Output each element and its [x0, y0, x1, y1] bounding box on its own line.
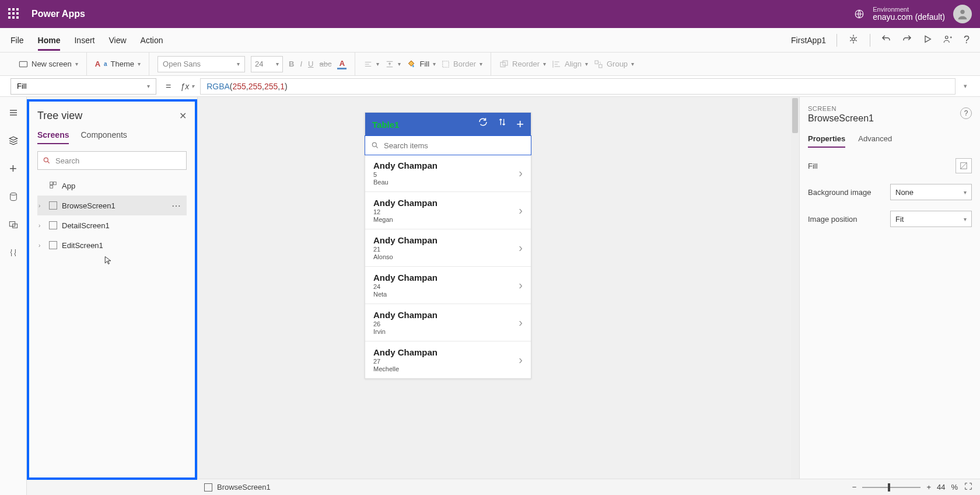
text-align-icon[interactable]: ▾ [363, 60, 379, 68]
props-tab-properties[interactable]: Properties [808, 134, 845, 148]
border-label: Border [453, 60, 476, 68]
props-type: SCREEN [808, 105, 972, 112]
chevron-right-icon[interactable]: › [519, 204, 523, 217]
chevron-right-icon[interactable]: › [38, 242, 44, 249]
menu-home[interactable]: Home [38, 30, 61, 51]
hamburger-icon[interactable] [6, 105, 21, 120]
chevron-right-icon[interactable]: › [519, 278, 523, 292]
list-item[interactable]: Andy Champan26Irvin› [365, 304, 531, 341]
props-tab-advanced[interactable]: Advanced [858, 134, 892, 148]
theme-label: Theme [111, 60, 134, 68]
border-button[interactable]: Border▾ [442, 60, 482, 68]
chevron-right-icon[interactable]: › [38, 222, 44, 229]
formula-expand-icon[interactable]: ▾ [961, 82, 970, 90]
tree-view-panel: Tree view ✕ Screens Components Search Ap… [27, 99, 197, 480]
menu-insert[interactable]: Insert [74, 30, 94, 51]
vertical-align-icon[interactable]: ▾ [385, 60, 401, 68]
menu-file[interactable]: File [10, 30, 24, 51]
refresh-icon[interactable] [478, 117, 488, 132]
bg-image-select[interactable]: None▾ [890, 184, 972, 200]
zoom-value: 44 [937, 483, 945, 491]
tree-view-icon[interactable] [6, 133, 21, 148]
menu-view[interactable]: View [108, 30, 126, 51]
play-icon[interactable] [923, 34, 932, 46]
app-name: FirstApp1 [791, 36, 826, 45]
data-icon[interactable] [6, 189, 21, 204]
chevron-right-icon[interactable]: › [519, 241, 523, 255]
phone-search-input[interactable] [384, 141, 525, 150]
help-icon[interactable]: ? [964, 34, 970, 46]
environment-icon[interactable] [854, 9, 864, 19]
environment-block[interactable]: Environment enayu.com (default) [873, 6, 945, 22]
list-item[interactable]: Andy Champan12Megan› [365, 191, 531, 229]
group-button[interactable]: Group▾ [594, 60, 634, 69]
list-item[interactable]: Andy Champan27Mechelle› [365, 341, 531, 378]
share-icon[interactable] [943, 34, 953, 47]
sort-icon[interactable] [498, 117, 507, 132]
props-help-icon[interactable]: ? [960, 107, 972, 119]
tab-screens[interactable]: Screens [37, 130, 69, 144]
theme-button[interactable]: Aa Theme▾ [95, 60, 141, 68]
align-button[interactable]: Align▾ [552, 60, 588, 69]
chevron-right-icon[interactable]: › [519, 316, 523, 329]
menu-action[interactable]: Action [141, 30, 163, 51]
tree-search-input[interactable]: Search [37, 151, 187, 170]
list-item[interactable]: Andy Champan24Neta› [365, 266, 531, 304]
row-name: Andy Champan [373, 347, 438, 357]
add-icon[interactable]: + [516, 117, 524, 132]
media-icon[interactable] [6, 217, 21, 232]
row-name: Andy Champan [373, 273, 438, 283]
property-select[interactable]: Fill▾ [10, 78, 156, 95]
tree-item-app[interactable]: App [37, 176, 187, 196]
tree-item-editscreen1[interactable]: › EditScreen1 [37, 235, 187, 255]
close-icon[interactable]: ✕ [179, 110, 187, 121]
chevron-right-icon[interactable]: › [519, 166, 523, 180]
app-checker-icon[interactable] [848, 33, 859, 47]
environment-label: Environment [873, 6, 945, 13]
zoom-out-icon[interactable]: − [852, 483, 857, 491]
tree-item-detailscreen1[interactable]: › DetailScreen1 [37, 215, 187, 235]
new-screen-button[interactable]: New screen▾ [19, 60, 78, 68]
tree-item-browsescreen1[interactable]: › BrowseScreen1 ⋯ [37, 196, 187, 215]
phone-preview[interactable]: Table1 + Andy Champan5Beau›Andy Champan1… [365, 112, 531, 379]
undo-icon[interactable] [881, 34, 891, 47]
image-position-select[interactable]: Fit▾ [890, 211, 972, 227]
zoom-in-icon[interactable]: + [926, 483, 931, 491]
fill-swatch[interactable] [956, 158, 972, 173]
insert-icon[interactable]: + [6, 161, 21, 176]
canvas-scrollbar[interactable] [791, 97, 799, 479]
canvas-area[interactable]: Table1 + Andy Champan5Beau›Andy Champan1… [197, 97, 799, 495]
row-sub: Irvin [373, 328, 438, 335]
italic-icon[interactable]: I [300, 60, 302, 68]
zoom-slider[interactable] [862, 487, 921, 488]
underline-icon[interactable]: U [308, 60, 313, 68]
tab-components[interactable]: Components [80, 130, 127, 144]
strike-icon[interactable]: abc [319, 60, 331, 68]
screen-icon [204, 483, 212, 491]
more-icon[interactable]: ⋯ [172, 200, 182, 211]
fill-label: Fill [419, 60, 429, 68]
svg-rect-4 [19, 61, 27, 67]
phone-search[interactable] [365, 135, 531, 155]
font-size-select[interactable]: 24▾ [251, 56, 283, 72]
fx-icon[interactable]: ƒx▾ [180, 82, 194, 91]
redo-icon[interactable] [902, 34, 912, 47]
list-item[interactable]: Andy Champan5Beau› [365, 155, 531, 191]
formula-input[interactable]: RGBA(255, 255, 255, 1) [200, 78, 956, 95]
screen-icon [49, 201, 57, 210]
search-icon [43, 156, 51, 165]
fill-button[interactable]: Fill▾ [407, 60, 436, 69]
font-color-icon[interactable]: A [337, 59, 346, 69]
svg-rect-15 [54, 182, 57, 184]
list-item[interactable]: Andy Champan21Alonso› [365, 229, 531, 266]
fit-screen-icon[interactable] [964, 482, 973, 493]
user-avatar[interactable] [953, 5, 972, 23]
chevron-right-icon[interactable]: › [519, 353, 523, 367]
zoom-pct: % [951, 483, 958, 491]
app-launcher-icon[interactable] [8, 8, 20, 20]
chevron-right-icon[interactable]: › [38, 203, 44, 209]
font-select[interactable]: Open Sans▾ [158, 56, 245, 72]
bold-icon[interactable]: B [289, 60, 294, 68]
tools-icon[interactable] [6, 245, 21, 260]
reorder-button[interactable]: Reorder▾ [499, 60, 546, 69]
